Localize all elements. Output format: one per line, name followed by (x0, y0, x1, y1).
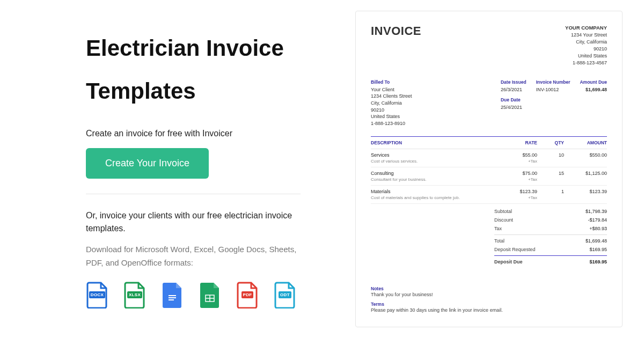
col-amount: AMOUNT (564, 140, 607, 145)
hero-subtitle: Create an invoice for free with Invoicer (86, 129, 301, 138)
plus-tax: +Tax (500, 177, 537, 182)
item-name: Materials (371, 189, 500, 194)
create-invoice-button[interactable]: Create Your Invoice (86, 148, 209, 179)
table-row: ServicesCost of various services. $55.00… (371, 149, 607, 167)
col-description: DESCRIPTION (371, 140, 500, 145)
subtotal-label: Subtotal (494, 209, 512, 214)
terms-heading: Terms (371, 302, 607, 307)
page-title: Electrician Invoice Templates (86, 27, 301, 113)
company-country: United States (565, 53, 607, 60)
or-line: Or, invoice your clients with our free e… (86, 209, 301, 235)
item-note: Consultant for your business. (371, 177, 500, 182)
col-rate: RATE (500, 140, 537, 145)
client-country: United States (371, 113, 491, 120)
date-issued-value: 26/3/2021 (501, 86, 526, 93)
billed-to-label: Billed To (371, 79, 491, 86)
invoice-preview: INVOICE YOUR COMPANY 1234 Your Street Ci… (355, 11, 623, 327)
item-qty: 10 (537, 152, 564, 164)
item-amount: $123.39 (564, 189, 607, 200)
notes-text: Thank you for your business! (371, 292, 607, 297)
plus-tax: +Tax (500, 195, 537, 200)
col-qty: QTY (537, 140, 564, 145)
company-name: YOUR COMPANY (565, 24, 607, 32)
total-label: Total (494, 238, 504, 244)
odt-label: ODT (279, 291, 291, 298)
due-date-label: Due Date (501, 97, 526, 104)
invoice-number-value: INV-10012 (536, 86, 570, 93)
item-rate: $123.39 (500, 189, 537, 194)
client-name: Your Client (371, 86, 491, 93)
item-note: Cost of various services. (371, 159, 500, 164)
company-phone: 1-888-123-4567 (565, 60, 607, 67)
item-amount: $550.00 (564, 152, 607, 164)
discount-label: Discount (494, 217, 513, 223)
totals-block: Subtotal$1,798.39 Discount-$179.84 Tax+$… (494, 207, 607, 266)
deposit-due-label: Deposit Due (494, 259, 523, 264)
company-block: YOUR COMPANY 1234 Your Street City, Cali… (565, 24, 607, 67)
download-line: Download for Microsoft Word, Excel, Goog… (86, 243, 301, 270)
amount-due-label: Amount Due (580, 79, 607, 86)
item-name: Services (371, 152, 500, 158)
client-city: City, California (371, 100, 491, 107)
xlsx-icon[interactable]: XLSX (123, 282, 146, 308)
invoice-number-label: Invoice Number (536, 79, 570, 86)
total-value: $1,699.48 (586, 238, 607, 244)
terms-text: Please pay within 30 days using the link… (371, 307, 607, 313)
table-row: ConsultingConsultant for your business. … (371, 167, 607, 186)
deposit-req-label: Deposit Requested (494, 247, 536, 252)
pdf-icon[interactable]: PDF (236, 282, 259, 308)
tax-label: Tax (494, 226, 502, 231)
tax-value: +$80.93 (589, 226, 607, 231)
svg-rect-0 (169, 295, 176, 296)
item-amount: $1,125.00 (564, 171, 607, 182)
subtotal-value: $1,798.39 (586, 209, 607, 214)
client-street: 1234 Clients Street (371, 93, 491, 100)
odt-icon[interactable]: ODT (274, 282, 296, 308)
format-icons: DOCX XLSX PDF ODT (86, 282, 301, 308)
item-rate: $75.00 (500, 171, 537, 176)
table-header: DESCRIPTION RATE QTY AMOUNT (371, 136, 607, 149)
invoice-heading: INVOICE (371, 24, 421, 67)
company-street: 1234 Your Street (565, 32, 607, 39)
item-note: Cost of materials and supplies to comple… (371, 195, 500, 200)
discount-value: -$179.84 (588, 217, 607, 223)
item-qty: 1 (537, 189, 564, 200)
company-zip: 90210 (565, 46, 607, 53)
item-qty: 15 (537, 171, 564, 182)
docx-icon[interactable]: DOCX (86, 282, 108, 308)
pdf-label: PDF (241, 291, 254, 298)
notes-heading: Notes (371, 286, 607, 291)
client-zip: 90210 (371, 107, 491, 114)
gdocs-icon[interactable] (161, 282, 184, 308)
deposit-due-value: $169.95 (589, 259, 607, 264)
item-rate: $55.00 (500, 152, 537, 158)
deposit-req-value: $169.95 (589, 247, 607, 252)
plus-tax: +Tax (500, 159, 537, 164)
svg-rect-1 (169, 297, 176, 298)
client-phone: 1-888-123-8910 (371, 120, 491, 127)
gsheets-icon[interactable] (199, 282, 221, 308)
date-issued-label: Date Issued (501, 79, 526, 86)
due-date-value: 25/4/2021 (501, 104, 526, 111)
docx-label: DOCX (89, 291, 105, 298)
svg-rect-2 (169, 299, 174, 300)
xlsx-label: XLSX (127, 291, 142, 298)
amount-due-value: $1,699.48 (580, 86, 607, 93)
item-name: Consulting (371, 171, 500, 176)
table-row: MaterialsCost of materials and supplies … (371, 186, 607, 204)
company-city: City, California (565, 39, 607, 46)
divider (86, 194, 301, 194)
